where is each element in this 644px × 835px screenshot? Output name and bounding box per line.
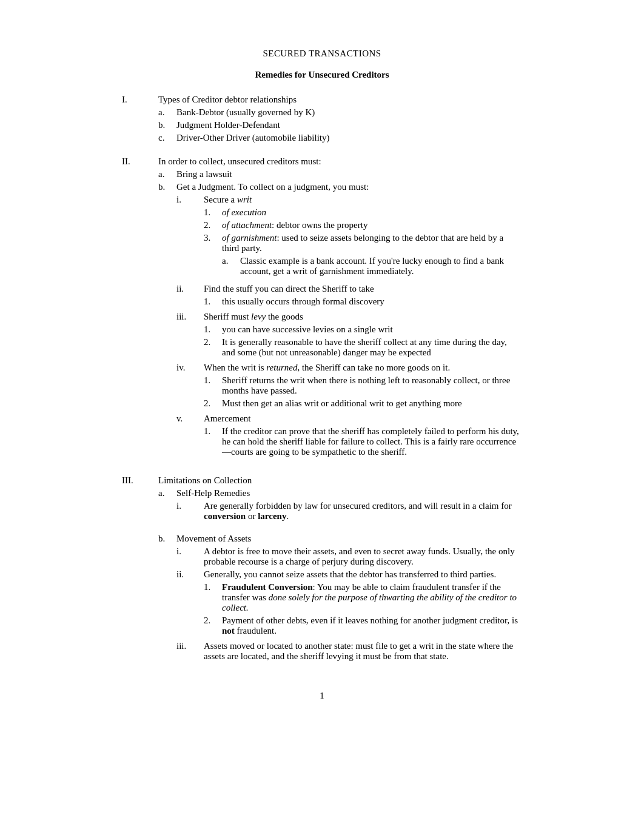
document-title: Remedies for Unsecured Creditors: [122, 70, 522, 80]
letter-b-text: Judgment Holder-Defendant: [176, 120, 522, 130]
roman-ii-content: Find the stuff you can direct the Sherif…: [204, 284, 522, 309]
list-item: ii. Find the stuff you can direct the Sh…: [176, 284, 522, 309]
letter-a3-label: a.: [158, 488, 176, 498]
movement-i-text: A debtor is free to move their assets, a…: [204, 546, 522, 567]
roman-sub-list-II: i. Secure a writ 1. of execution: [176, 195, 522, 460]
self-help-roman: i. Are generally forbidden by law for un…: [176, 501, 522, 521]
list-item: a. Bank-Debtor (usually governed by K): [158, 107, 522, 118]
roman-iii-content: Sheriff must levy the goods 1. you can h…: [204, 312, 522, 360]
not-bold: not: [222, 626, 235, 635]
section-I: I. Types of Creditor debtor relationship…: [122, 95, 522, 146]
letter-a-text: Bank-Debtor (usually governed by K): [176, 107, 522, 118]
page-number: 1: [122, 691, 522, 701]
list-item: iii. Assets moved or located to another …: [176, 641, 522, 662]
num-3-content: of garnishment: used to seize assets bel…: [222, 233, 522, 279]
self-help-i-label: i.: [176, 501, 204, 511]
garnishment-italic: of garnishment: [222, 233, 277, 243]
returned-1-text: Sheriff returns the writ when there is n…: [222, 375, 522, 396]
movement-1-text: Fraudulent Conversion: You may be able t…: [222, 582, 522, 613]
document-header: SECURED TRANSACTIONS: [122, 49, 522, 59]
list-item: 1. If the creditor can prove that the sh…: [204, 426, 522, 457]
letter-b3-content: Movement of Assets i. A debtor is free t…: [176, 534, 522, 664]
movement-iii-text: Assets moved or located to another state…: [204, 641, 522, 662]
roman-i-label: i.: [176, 195, 204, 205]
page-container: SECURED TRANSACTIONS Remedies for Unsecu…: [86, 24, 558, 725]
section-I-list: a. Bank-Debtor (usually governed by K) b…: [158, 107, 522, 143]
section-I-text: Types of Creditor debtor relationships: [158, 95, 297, 104]
list-item: ii. Generally, you cannot seize assets t…: [176, 569, 522, 639]
list-item: 2. Payment of other debts, even if it le…: [204, 615, 522, 636]
larceny-bold: larceny: [258, 511, 286, 521]
list-item: 1. of execution: [204, 207, 522, 218]
self-help-i-text: Are generally forbidden by law for unsec…: [204, 501, 522, 521]
list-item: 1. Fraudulent Conversion: You may be abl…: [204, 582, 522, 613]
levy-2-text: It is generally reasonable to have the s…: [222, 337, 522, 358]
letter-b2-content: Get a Judgment. To collect on a judgment…: [176, 182, 522, 462]
list-item: b. Movement of Assets i. A debtor is fre…: [158, 534, 522, 664]
returned-2-text: Must then get an alias writ or additiona…: [222, 398, 522, 409]
num-1-label: 1.: [204, 207, 222, 218]
section-II-label: II.: [122, 156, 158, 167]
alpha-a-label: a.: [222, 256, 240, 266]
list-item: 1. Sheriff returns the writ when there i…: [204, 375, 522, 396]
movement-2-text: Payment of other debts, even if it leave…: [222, 615, 522, 636]
list-item: 3. of garnishment: used to seize assets …: [204, 233, 522, 279]
roman-iv-label: iv.: [176, 363, 204, 373]
num-1-text: of execution: [222, 207, 522, 218]
section-III-list: a. Self-Help Remedies i. Are generally f…: [158, 488, 522, 664]
movement-2-label: 2.: [204, 615, 222, 626]
amercement-numbered: 1. If the creditor can prove that the sh…: [204, 426, 522, 457]
section-III-text: Limitations on Collection: [158, 475, 252, 485]
num-2-label: 2.: [204, 220, 222, 230]
roman-i-content: Secure a writ 1. of execution 2.: [204, 195, 522, 281]
movement-ii-content: Generally, you cannot seize assets that …: [204, 569, 522, 639]
movement-i-label: i.: [176, 546, 204, 557]
list-item: a. Classic example is a bank account. If…: [222, 256, 522, 277]
garnishment-alpha: a. Classic example is a bank account. If…: [222, 256, 522, 277]
roman-iii-label: iii.: [176, 312, 204, 322]
amercement-1-label: 1.: [204, 426, 222, 437]
section-I-content: Types of Creditor debtor relationships a…: [158, 95, 522, 146]
list-item: c. Driver-Other Driver (automobile liabi…: [158, 133, 522, 143]
list-item: 2. Must then get an alias writ or additi…: [204, 398, 522, 409]
find-1-text: this usually occurs through formal disco…: [222, 297, 522, 307]
roman-v-label: v.: [176, 414, 204, 424]
list-item: i. A debtor is free to move their assets…: [176, 546, 522, 567]
attachment-italic: of attachment: [222, 220, 272, 230]
roman-iv-content: When the writ is returned, the Sheriff c…: [204, 363, 522, 411]
returned-2-label: 2.: [204, 398, 222, 409]
letter-a2-label: a.: [158, 169, 176, 179]
list-item: v. Amercement 1. If the creditor can pro…: [176, 414, 522, 460]
movement-numbered: 1. Fraudulent Conversion: You may be abl…: [204, 582, 522, 636]
writ-italic: writ: [237, 195, 252, 204]
movement-roman: i. A debtor is free to move their assets…: [176, 546, 522, 662]
section-II: II. In order to collect, unsecured credi…: [122, 156, 522, 464]
letter-b-label: b.: [158, 120, 176, 130]
letter-b2-text: Get a Judgment. To collect on a judgment…: [176, 182, 369, 192]
list-item: 1. you can have successive levies on a s…: [204, 324, 522, 335]
roman-v-content: Amercement 1. If the creditor can prove …: [204, 414, 522, 460]
fraudulent-italic: done solely for the purpose of thwarting…: [222, 592, 517, 612]
list-item: 1. this usually occurs through formal di…: [204, 297, 522, 307]
letter-b2-label: b.: [158, 182, 176, 192]
letter-a-label: a.: [158, 107, 176, 118]
section-I-label: I.: [122, 95, 158, 105]
returned-1-label: 1.: [204, 375, 222, 386]
alpha-a-text: Classic example is a bank account. If yo…: [240, 256, 522, 277]
list-item: a. Self-Help Remedies i. Are generally f…: [158, 488, 522, 524]
section-II-text: In order to collect, unsecured creditors…: [158, 156, 321, 166]
returned-numbered: 1. Sheriff returns the writ when there i…: [204, 375, 522, 409]
letter-a2-text: Bring a lawsuit: [176, 169, 522, 179]
section-III-label: III.: [122, 475, 158, 486]
list-item: b. Get a Judgment. To collect on a judgm…: [158, 182, 522, 462]
list-item: iii. Sheriff must levy the goods 1. you …: [176, 312, 522, 360]
movement-1-label: 1.: [204, 582, 222, 592]
list-item: b. Judgment Holder-Defendant: [158, 120, 522, 130]
find-1-label: 1.: [204, 297, 222, 307]
conversion-bold: conversion: [204, 511, 246, 521]
letter-a3-content: Self-Help Remedies i. Are generally forb…: [176, 488, 522, 524]
roman-ii-label: ii.: [176, 284, 204, 294]
find-numbered: 1. this usually occurs through formal di…: [204, 297, 522, 307]
movement-ii-label: ii.: [176, 569, 204, 580]
list-item: 2. of attachment: debtor owns the proper…: [204, 220, 522, 230]
